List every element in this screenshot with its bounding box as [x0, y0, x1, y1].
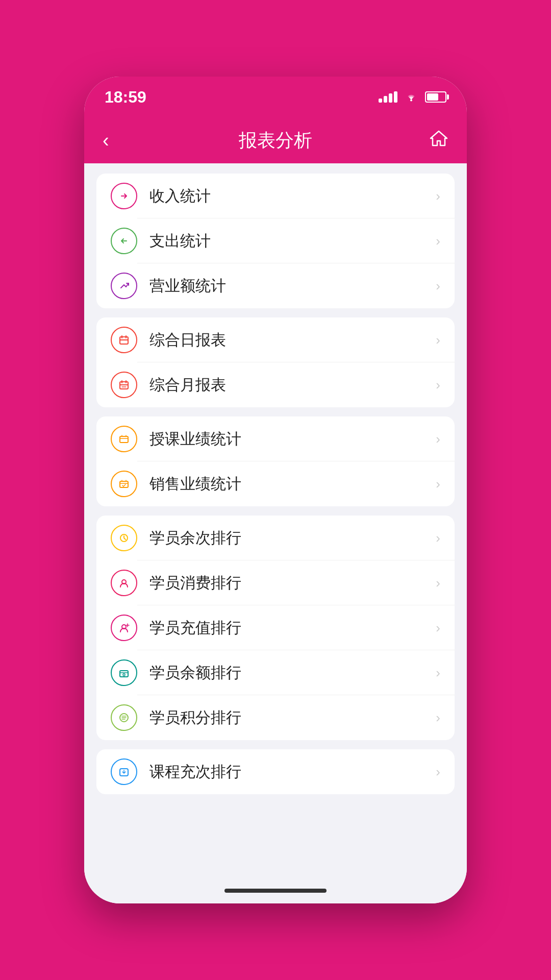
revenue-icon [111, 273, 137, 299]
expense-icon [111, 228, 137, 254]
consumption-label: 学员消费排行 [149, 573, 436, 594]
income-icon [111, 183, 137, 209]
menu-item-teaching[interactable]: 授课业绩统计 › [96, 416, 455, 461]
remaining-sessions-icon [111, 525, 137, 551]
points-label: 学员积分排行 [149, 707, 436, 728]
monthly-icon [111, 372, 137, 398]
remaining-sessions-label: 学员余次排行 [149, 528, 436, 549]
status-bar: 18:59 [84, 77, 467, 117]
svg-point-9 [123, 674, 125, 676]
sales-label: 销售业绩统计 [149, 474, 436, 495]
menu-item-consumption[interactable]: 学员消费排行 › [96, 560, 455, 605]
status-icons [379, 89, 446, 105]
card-group-5: 课程充次排行 › [96, 749, 455, 794]
expense-label: 支出统计 [149, 231, 436, 252]
content-area: 收入统计 › 支出统计 › 营业额统计 [84, 163, 467, 878]
menu-item-topup[interactable]: 学员充值排行 › [96, 605, 455, 650]
menu-item-sales[interactable]: 销售业绩统计 › [96, 461, 455, 506]
battery-icon [425, 91, 446, 103]
header: ‹ 报表分析 [84, 117, 467, 163]
menu-item-points[interactable]: 学员积分排行 › [96, 695, 455, 740]
chevron-icon: › [436, 431, 440, 447]
wifi-icon [404, 89, 419, 105]
menu-item-course-topup[interactable]: 课程充次排行 › [96, 749, 455, 794]
chevron-icon: › [436, 620, 440, 636]
svg-rect-3 [120, 436, 128, 443]
signal-icon [379, 91, 397, 103]
topup-icon [111, 615, 137, 641]
revenue-label: 营业额统计 [149, 276, 436, 297]
chevron-icon: › [436, 278, 440, 294]
balance-icon [111, 659, 137, 686]
card-group-3: 授课业绩统计 › 销售业绩统计 › [96, 416, 455, 506]
chevron-icon: › [436, 377, 440, 393]
monthly-label: 综合月报表 [149, 375, 436, 396]
chevron-icon: › [436, 764, 440, 780]
chevron-icon: › [436, 188, 440, 204]
home-bar [224, 889, 327, 893]
menu-item-remaining-sessions[interactable]: 学员余次排行 › [96, 516, 455, 560]
phone-shell: 18:59 ‹ 报表分析 [84, 77, 467, 903]
chevron-icon: › [436, 665, 440, 681]
menu-item-expense[interactable]: 支出统计 › [96, 218, 455, 263]
chevron-icon: › [436, 332, 440, 348]
income-label: 收入统计 [149, 186, 436, 207]
topup-label: 学员充值排行 [149, 618, 436, 639]
consumption-icon [111, 570, 137, 596]
status-time: 18:59 [105, 88, 146, 107]
chevron-icon: › [436, 710, 440, 726]
menu-item-monthly[interactable]: 综合月报表 › [96, 362, 455, 407]
sales-icon [111, 471, 137, 497]
teaching-label: 授课业绩统计 [149, 429, 436, 450]
balance-label: 学员余额排行 [149, 663, 436, 683]
svg-point-0 [410, 100, 412, 102]
chevron-icon: › [436, 233, 440, 249]
card-group-4: 学员余次排行 › 学员消费排行 › [96, 516, 455, 740]
home-indicator [84, 878, 467, 903]
course-topup-label: 课程充次排行 [149, 762, 436, 782]
back-button[interactable]: ‹ [103, 130, 128, 152]
home-button[interactable] [423, 129, 448, 152]
course-topup-icon [111, 758, 137, 785]
menu-item-balance[interactable]: 学员余额排行 › [96, 650, 455, 695]
card-group-2: 综合日报表 › 综合月报表 › [96, 317, 455, 407]
daily-icon [111, 327, 137, 353]
menu-item-daily[interactable]: 综合日报表 › [96, 317, 455, 362]
teaching-icon [111, 426, 137, 452]
page-title: 报表分析 [239, 128, 312, 153]
svg-rect-4 [120, 481, 128, 487]
chevron-icon: › [436, 575, 440, 591]
menu-item-income[interactable]: 收入统计 › [96, 174, 455, 218]
points-icon [111, 704, 137, 731]
chevron-icon: › [436, 530, 440, 546]
daily-label: 综合日报表 [149, 330, 436, 351]
chevron-icon: › [436, 476, 440, 492]
menu-item-revenue[interactable]: 营业额统计 › [96, 263, 455, 308]
card-group-1: 收入统计 › 支出统计 › 营业额统计 [96, 174, 455, 308]
